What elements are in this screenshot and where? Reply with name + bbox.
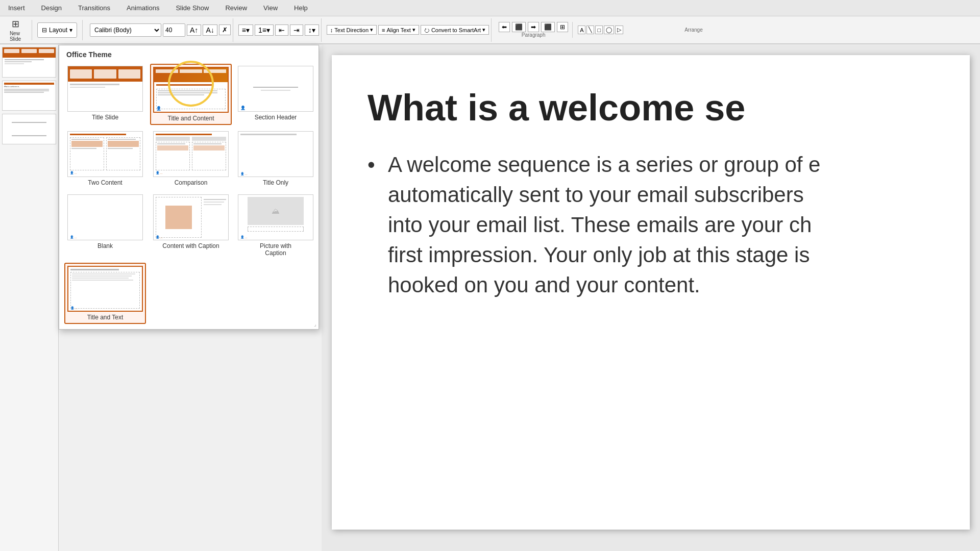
new-slide-icon: ⊞ <box>12 18 19 30</box>
prev-2c-line <box>108 139 136 140</box>
prev-comp-cols <box>156 142 226 170</box>
layout-item-section-header[interactable]: 👤 Section Header <box>236 64 315 125</box>
menu-item-animations[interactable]: Animations <box>124 3 162 13</box>
prev-tt-line <box>72 278 129 279</box>
dropdown-resize-handle[interactable]: ⌟ <box>314 321 316 327</box>
slide-thumb-1[interactable] <box>2 47 56 78</box>
thumb2-top <box>4 83 54 85</box>
layout-label-title-slide: Title Slide <box>92 114 118 121</box>
prev-cc-right <box>204 197 226 238</box>
font-size-input[interactable] <box>163 23 185 37</box>
thumb2-col <box>4 89 54 109</box>
shape-button-3[interactable]: □ <box>595 26 603 34</box>
prev-tt-line <box>72 276 132 277</box>
slide-container[interactable]: What is a welcome se A welcome sequence … <box>332 55 970 530</box>
prev-tt-line <box>72 280 133 281</box>
prev-tc-box <box>180 69 202 73</box>
layout-item-comparison[interactable]: 👤 ... Comparison <box>150 129 232 188</box>
align-left-button[interactable]: ⬅ <box>499 22 510 32</box>
column-button[interactable]: ⊞ <box>557 22 568 32</box>
prev-tc-content-line <box>158 94 204 95</box>
prev-tt-icon: 👤 ... <box>70 306 78 310</box>
bullet1-start: A welcome sequence is a series or group … <box>388 153 820 177</box>
layout-preview-title-only: 👤 ... <box>238 131 313 177</box>
main-slide-area: What is a welcome se A welcome sequence … <box>322 45 980 551</box>
new-slide-button[interactable]: ⊞ NewSlide <box>4 18 27 42</box>
clear-format-button[interactable]: ✗ <box>219 24 231 35</box>
align-right-button[interactable]: ➡ <box>528 22 539 32</box>
increase-indent-button[interactable]: ⇥ <box>290 24 303 36</box>
prev-ts-line2 <box>70 87 105 88</box>
layout-item-title-content[interactable]: 👤 ... Title and Content <box>150 64 232 125</box>
shape-button-5[interactable]: ▷ <box>615 26 623 34</box>
menu-item-review[interactable]: Review <box>222 3 250 13</box>
line-spacing-button[interactable]: ↕▾ <box>305 24 319 36</box>
prev-comp-hdr <box>156 137 190 141</box>
layout-item-picture-caption[interactable]: ⛰ 👤 ... Picture with Caption <box>236 192 315 259</box>
thumb3-line <box>12 122 47 123</box>
layout-preview-title-text: 👤 ... <box>67 266 143 312</box>
slide-thumb-3[interactable] <box>2 114 56 144</box>
justify-button[interactable]: ⬛ <box>541 22 555 32</box>
shape-button-2[interactable]: ╲ <box>586 26 594 34</box>
slide-thumb-2[interactable]: What is a welcome se... <box>2 81 56 111</box>
numbered-list-button[interactable]: 1≡▾ <box>255 24 274 36</box>
menu-item-view[interactable]: View <box>260 3 281 13</box>
menu-item-help[interactable]: Help <box>291 3 311 13</box>
prev-pc-img: ⛰ <box>248 197 304 225</box>
slide-thumb-inner-3 <box>2 114 56 144</box>
layout-button[interactable]: ⊟ Layout ▾ <box>37 22 77 38</box>
shape-button-4[interactable]: ◯ <box>604 26 614 34</box>
prev-section-header: 👤 <box>238 66 313 111</box>
bullet-list-button[interactable]: ≡▾ <box>238 24 253 36</box>
align-center-button[interactable]: ⬛ <box>512 22 526 32</box>
prev-sh-line2 <box>261 90 290 91</box>
slide-bullet-item-1: A welcome sequence is a series or group … <box>368 150 934 300</box>
font-family-select[interactable]: Calibri (Body) <box>90 23 161 37</box>
prev-pc-caption-box <box>248 227 304 232</box>
thumb2-line <box>4 89 49 90</box>
menu-item-transitions[interactable]: Transitions <box>75 3 113 13</box>
layout-item-two-content[interactable]: 👤 ... Two Content <box>64 129 146 188</box>
prev-tc-body <box>154 82 228 111</box>
paragraph-group: ⬅ ⬛ ➡ ⬛ ⊞ Paragraph <box>495 22 573 38</box>
prev-content-caption <box>154 195 228 240</box>
thumb-bar-box <box>4 49 19 53</box>
thumb-bar-box <box>39 49 54 53</box>
align-text-label: Align Text <box>386 27 411 33</box>
prev-2c-line <box>71 139 100 140</box>
paragraph-align-buttons: ⬅ ⬛ ➡ ⬛ ⊞ <box>499 22 568 32</box>
menu-item-slideshow[interactable]: Slide Show <box>173 3 212 13</box>
layout-label-comparison: Comparison <box>175 179 208 186</box>
separator-1 <box>32 20 32 40</box>
layout-item-content-caption[interactable]: 👤 ... Content with Caption <box>150 192 232 259</box>
layout-dropdown: Office Theme Title Slide <box>59 45 319 330</box>
decrease-font-button[interactable]: A↓ <box>203 24 217 36</box>
layout-item-blank[interactable]: 👤 ... Blank <box>64 192 146 259</box>
increase-font-button[interactable]: A↑ <box>187 24 201 36</box>
thumb-line-xs <box>5 63 24 64</box>
shape-button-1[interactable]: A <box>578 26 585 34</box>
menu-item-design[interactable]: Design <box>38 3 65 13</box>
layout-preview-title-content: 👤 ... <box>153 67 229 113</box>
prev-comp-title <box>156 134 212 135</box>
convert-smartart-button[interactable]: ⭮ Convert to SmartArt ▾ <box>421 25 489 35</box>
prev-cc-line <box>204 202 224 203</box>
prev-tc-boxes <box>154 68 228 74</box>
layout-item-title-only[interactable]: 👤 ... Title Only <box>236 129 315 188</box>
align-text-button[interactable]: ≡ Align Text ▾ <box>378 25 419 35</box>
menu-item-insert[interactable]: Insert <box>5 3 28 13</box>
prev-title-only: 👤 ... <box>238 132 313 177</box>
layout-icon: ⊟ <box>42 27 47 34</box>
thumb2-line <box>4 90 49 91</box>
slide-title: What is a welcome se <box>368 86 934 130</box>
decrease-indent-button[interactable]: ⇤ <box>275 24 288 36</box>
text-direction-button[interactable]: ↕ Text Direction ▾ <box>327 25 377 35</box>
new-slide-label: NewSlide <box>10 31 21 42</box>
prev-ts-box <box>94 69 116 79</box>
prev-comp-col-1 <box>156 142 190 170</box>
layout-item-title-text[interactable]: 👤 ... Title and Text <box>64 263 146 324</box>
slide-thumb-inner-2: What is a welcome se... <box>2 81 56 111</box>
thumb2-text: What is a welcome se... <box>4 86 54 88</box>
layout-item-title-slide[interactable]: Title Slide <box>64 64 146 125</box>
